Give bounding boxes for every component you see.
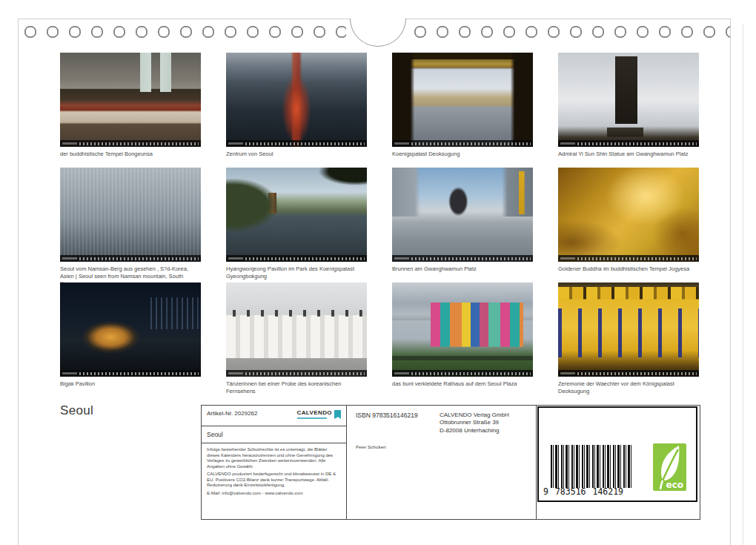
seoul-plaza-city-hall-photo bbox=[392, 283, 533, 377]
article-number: Artikel-Nr. 2029262 bbox=[207, 410, 257, 417]
date-cells bbox=[411, 372, 531, 375]
calendar-dates-strip bbox=[226, 140, 367, 147]
month-label bbox=[62, 142, 77, 145]
publisher-address: CALVENDO Verlag GmbH Ottobrunner Straße … bbox=[440, 412, 527, 435]
photo-caption: Brunnen am Gwanghwamun Platz bbox=[392, 265, 527, 273]
month-thumbnail: Brunnen am Gwanghwamun Platz bbox=[392, 168, 533, 283]
month-label bbox=[228, 257, 243, 260]
date-cells bbox=[577, 142, 697, 145]
date-cells bbox=[411, 142, 531, 145]
barcode-digit-group1: 783516 bbox=[555, 486, 586, 497]
month-thumbnail: das bunt verkleidete Rathaus auf dem Seo… bbox=[392, 283, 533, 397]
hyangwonjeong-pavilion-photo bbox=[226, 168, 367, 262]
calendar-dates-strip bbox=[60, 140, 201, 147]
month-thumbnail: der buddhistische Tempel Bongeunsa bbox=[60, 53, 201, 168]
calvendo-logo-text: CALVENDO bbox=[297, 410, 333, 419]
calvendo-logo: CALVENDO bbox=[297, 410, 342, 419]
stacked-page-edge bbox=[743, 24, 743, 545]
date-cells bbox=[79, 372, 199, 375]
photo-caption: Bigak Pavillon bbox=[60, 380, 195, 388]
month-thumbnail: Bigak Pavillon bbox=[60, 283, 201, 397]
photo-caption: Admiral Yi Sun Shin Statue am Gwanghwamu… bbox=[558, 151, 693, 158]
legal-text: Infolge bestehender Schutzrechte ist es … bbox=[202, 443, 346, 502]
info-middle-cell: ISBN 9783516146219 CALVENDO Verlag GmbH … bbox=[347, 406, 537, 519]
author-name: Peter Schickert bbox=[356, 445, 527, 449]
month-label bbox=[560, 257, 575, 260]
photo-caption: Zeremonie der Waechter vor dem Königspal… bbox=[558, 380, 693, 395]
publisher-city: D-82008 Unterhaching bbox=[440, 427, 500, 434]
month-label bbox=[560, 372, 575, 375]
photo-caption: Koenigspalast Deoksugung bbox=[392, 151, 527, 158]
seoul-center-aerial-photo bbox=[226, 53, 367, 147]
month-label bbox=[62, 372, 77, 375]
barcode-digit-group2: 146219 bbox=[592, 486, 623, 497]
legal-paragraph: CALVENDO produziert bedarfsgerecht und k… bbox=[207, 472, 341, 489]
gwanghwamun-fountain-photo bbox=[392, 168, 533, 262]
legal-paragraph: Infolge bestehender Schutzrechte ist es … bbox=[207, 447, 341, 469]
publisher-street: Ottobrunner Straße 39 bbox=[440, 419, 499, 426]
photo-caption: Goldener Buddha im buddhistischen Tempel… bbox=[558, 265, 693, 273]
date-cells bbox=[245, 257, 365, 260]
date-cells bbox=[411, 257, 531, 260]
info-right-cell: 9 783516 146219 eco bbox=[537, 406, 700, 519]
barcode-box: 9 783516 146219 eco bbox=[537, 406, 697, 502]
calendar-dates-strip bbox=[60, 255, 201, 262]
golden-buddha-photo bbox=[558, 168, 699, 262]
calendar-dates-strip bbox=[558, 140, 699, 147]
photo-caption: Zentrum von Seoul bbox=[226, 151, 361, 158]
photo-caption: Hyangwonjeong Pavillon im Park des Koeni… bbox=[226, 265, 361, 280]
month-thumbnail: Koenigspalast Deoksugung bbox=[392, 53, 533, 168]
month-thumbnail: Zeremonie der Waechter vor dem Königspal… bbox=[558, 283, 699, 397]
month-label bbox=[394, 257, 409, 260]
calendar-title: Seoul bbox=[60, 403, 93, 418]
month-label bbox=[228, 142, 243, 145]
guard-ceremony-photo bbox=[558, 283, 699, 377]
month-thumbnail: Zentrum von Seoul bbox=[226, 53, 367, 168]
calendar-dates-strip bbox=[226, 255, 367, 262]
month-thumbnail: Admiral Yi Sun Shin Statue am Gwanghwamu… bbox=[558, 53, 699, 168]
month-thumbnail: Hyangwonjeong Pavillon im Park des Koeni… bbox=[226, 168, 367, 283]
month-label bbox=[560, 142, 575, 145]
yi-sun-shin-statue-photo bbox=[558, 53, 699, 147]
eco-logo: eco bbox=[653, 443, 686, 491]
dancers-rehearsal-photo bbox=[226, 283, 367, 377]
calendar-dates-strip bbox=[226, 370, 367, 377]
photo-caption: Tänzerinnen bei einer Probe des koreanis… bbox=[226, 380, 361, 395]
calvendo-bookmark-icon bbox=[334, 410, 341, 419]
date-cells bbox=[577, 372, 697, 375]
photo-caption: das bunt verkleidete Rathaus auf dem Seo… bbox=[392, 380, 527, 388]
month-label bbox=[394, 372, 409, 375]
ean-barcode bbox=[551, 445, 634, 488]
spiral-binding-holes-right bbox=[413, 24, 730, 39]
month-thumbnail: Goldener Buddha im buddhistischen Tempel… bbox=[558, 168, 699, 283]
eco-label: eco bbox=[666, 480, 684, 489]
isbn-number: ISBN 9783516146219 bbox=[356, 412, 418, 435]
barcode-digits: 9 783516 146219 bbox=[543, 486, 623, 497]
month-label bbox=[394, 142, 409, 145]
bongeunsa-temple-photo bbox=[60, 53, 201, 147]
isbn-publisher-row: ISBN 9783516146219 CALVENDO Verlag GmbH … bbox=[356, 412, 527, 435]
barcode-digit-lead: 9 bbox=[543, 486, 548, 497]
deoksugung-gate-photo bbox=[392, 53, 533, 147]
month-thumbnail: Seoul vom Namsan-Berg aus gesehen , S?d-… bbox=[60, 168, 201, 283]
date-cells bbox=[245, 142, 365, 145]
month-thumbnail: Tänzerinnen bei einer Probe des koreanis… bbox=[226, 283, 367, 397]
date-cells bbox=[79, 257, 199, 260]
month-label bbox=[62, 257, 77, 260]
thumb-notch bbox=[350, 19, 406, 47]
calendar-dates-strip bbox=[392, 255, 533, 262]
date-cells bbox=[79, 142, 199, 145]
info-left-cell: Artikel-Nr. 2029262 CALVENDO Seoul Infol… bbox=[202, 406, 347, 519]
calendar-dates-strip bbox=[392, 140, 533, 147]
calendar-dates-strip bbox=[558, 370, 699, 377]
bigak-pavilion-night-photo bbox=[60, 283, 201, 377]
month-thumbnail-grid: der buddhistische Tempel Bongeunsa Zentr… bbox=[60, 53, 699, 397]
product-title: Seoul bbox=[202, 426, 346, 443]
publisher-name: CALVENDO Verlag GmbH bbox=[440, 412, 509, 418]
photo-caption: der buddhistische Tempel Bongeunsa bbox=[60, 151, 195, 158]
calvendo-wordmark: CALVENDO bbox=[297, 410, 333, 416]
article-number-row: Artikel-Nr. 2029262 CALVENDO bbox=[202, 406, 346, 426]
calvendo-tagline-line bbox=[297, 417, 327, 419]
publisher-info-box: Artikel-Nr. 2029262 CALVENDO Seoul Infol… bbox=[201, 405, 700, 520]
calendar-dates-strip bbox=[392, 370, 533, 377]
